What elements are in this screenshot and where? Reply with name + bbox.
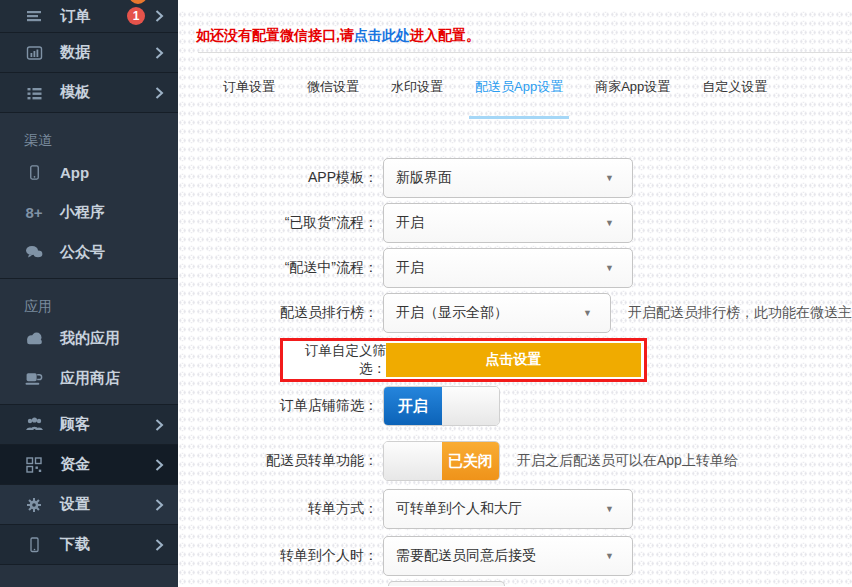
- transfer-to-person-select[interactable]: 需要配送员同意后接受 ▼: [383, 536, 633, 576]
- sidebar-item-label: 模板: [60, 83, 90, 102]
- chevron-right-icon: [155, 539, 164, 551]
- bar-chart-icon: [24, 45, 44, 61]
- select-value: 开启: [396, 259, 424, 277]
- order-list-icon: [24, 8, 44, 24]
- toggle-on-side: [384, 442, 442, 480]
- top-strip: [178, 0, 852, 10]
- leaderboard-select[interactable]: 开启（显示全部） ▼: [383, 293, 611, 333]
- chevron-right-icon: [155, 10, 164, 22]
- tab-watermark-settings[interactable]: 水印设置: [391, 78, 443, 119]
- field-label: 转单方式：: [178, 500, 383, 518]
- sidebar-item-label: 订单: [60, 7, 90, 26]
- sidebar-item-label: 下载: [60, 535, 90, 554]
- delivering-flow-select[interactable]: 开启 ▼: [383, 248, 633, 288]
- tab-merchant-app-settings[interactable]: 商家App设置: [595, 78, 670, 119]
- tab-wechat-settings[interactable]: 微信设置: [307, 78, 359, 119]
- caret-down-icon: ▼: [605, 504, 620, 514]
- toggle-off-side: [442, 387, 500, 425]
- sidebar-item-label: 小程序: [60, 203, 105, 222]
- form-row-transfer-function: 配送员转单功能： 已关闭 开启之后配送员可以在App上转单给: [178, 441, 852, 481]
- caret-down-icon: ▼: [605, 263, 620, 273]
- field-label: 配送员转单功能：: [178, 452, 383, 470]
- select-value: 可转单到个人和大厅: [396, 500, 522, 518]
- sidebar-item-app[interactable]: App: [24, 152, 178, 192]
- sidebar-item-app-store[interactable]: 应用商店: [24, 358, 178, 398]
- sidebar-item-data[interactable]: 数据: [0, 33, 178, 73]
- field-label: 订单店铺筛选：: [178, 397, 383, 415]
- select-value: 需要配送员同意后接受: [396, 547, 536, 565]
- toggle-on-label: 开启: [384, 387, 442, 425]
- select-value: 开启（显示全部）: [396, 304, 508, 322]
- sidebar-item-label: App: [60, 164, 89, 181]
- form-row-transfer-to-person: 转单到个人时： 需要配送员同意后接受 ▼: [178, 536, 852, 576]
- sidebar-item-label: 我的应用: [60, 329, 120, 348]
- picked-up-flow-select[interactable]: 开启 ▼: [383, 203, 633, 243]
- sidebar: 订单 1 数据 模板 渠道: [0, 0, 178, 587]
- shop-filter-toggle[interactable]: 开启: [383, 386, 500, 426]
- transfer-method-select[interactable]: 可转单到个人和大厅 ▼: [383, 489, 633, 529]
- select-value: 开启: [396, 214, 424, 232]
- mobile-phone-icon: [24, 164, 44, 181]
- notice-text-suffix: 进入配置。: [410, 27, 480, 43]
- notification-badge: 1: [127, 7, 145, 25]
- partially-visible-control[interactable]: [388, 581, 505, 586]
- field-label: 配送员排行榜：: [178, 304, 383, 322]
- sidebar-section-channels: 渠道 App 8+ 小程序 公众号: [0, 113, 178, 279]
- tab-custom-settings[interactable]: 自定义设置: [702, 78, 767, 119]
- chevron-right-icon: [155, 419, 164, 431]
- coffee-cup-icon: [24, 370, 44, 386]
- miniprogram-icon: 8+: [24, 204, 44, 221]
- chevron-right-icon: [155, 87, 164, 99]
- sidebar-item-label: 公众号: [60, 243, 105, 262]
- caret-down-icon: ▼: [583, 308, 598, 318]
- field-note: 开启之后配送员可以在App上转单给: [517, 452, 738, 470]
- highlight-red-box: 订单自定义筛选： 点击设置: [280, 338, 647, 382]
- sidebar-item-settings[interactable]: 设置: [0, 485, 178, 525]
- transfer-function-toggle[interactable]: 已关闭: [383, 441, 500, 481]
- notice-text-prefix: 如还没有配置微信接口,请: [196, 27, 354, 43]
- chevron-right-icon: [155, 499, 164, 511]
- users-group-icon: [24, 417, 44, 432]
- section-label: 渠道: [24, 126, 178, 152]
- sidebar-section-apps: 应用 我的应用 应用商店: [0, 279, 178, 405]
- settings-tabs: 订单设置 微信设置 水印设置 配送员App设置 商家App设置 自定义设置: [223, 78, 767, 119]
- settings-form: APP模板： 新版界面 ▼ “已取货”流程： 开启 ▼ “配送中”流程： 开启 …: [178, 158, 852, 586]
- sidebar-item-customers[interactable]: 顾客: [0, 405, 178, 445]
- sidebar-item-label: 顾客: [60, 415, 90, 434]
- field-label: 转单到个人时：: [178, 547, 383, 565]
- toggle-off-label: 已关闭: [442, 442, 500, 480]
- form-row-transfer-method: 转单方式： 可转单到个人和大厅 ▼: [178, 489, 852, 529]
- sidebar-item-label: 设置: [60, 495, 90, 514]
- notice-divider: [198, 52, 852, 53]
- field-label: APP模板：: [178, 169, 383, 187]
- tab-courier-app-settings[interactable]: 配送员App设置: [469, 78, 569, 119]
- field-note: 开启配送员排行榜，此功能在微送主: [628, 304, 852, 322]
- field-label: 订单自定义筛选：: [283, 342, 386, 378]
- sidebar-top-group: 订单 1 数据 模板: [0, 0, 178, 113]
- config-link[interactable]: 点击此处: [354, 27, 410, 43]
- sidebar-item-miniprogram[interactable]: 8+ 小程序: [24, 192, 178, 232]
- sidebar-item-my-apps[interactable]: 我的应用: [24, 318, 178, 358]
- main-content: 如还没有配置微信接口,请点击此处进入配置。 订单设置 微信设置 水印设置 配送员…: [178, 0, 852, 587]
- form-row-picked-up-flow: “已取货”流程： 开启 ▼: [178, 203, 852, 243]
- sidebar-item-official-account[interactable]: 公众号: [24, 232, 178, 272]
- phone-download-icon: [24, 537, 44, 553]
- wechat-config-notice: 如还没有配置微信接口,请点击此处进入配置。: [196, 27, 480, 45]
- field-label: “已取货”流程：: [178, 214, 383, 232]
- app-template-select[interactable]: 新版界面 ▼: [383, 158, 633, 198]
- caret-down-icon: ▼: [605, 218, 620, 228]
- tab-order-settings[interactable]: 订单设置: [223, 78, 275, 119]
- form-row-leaderboard: 配送员排行榜： 开启（显示全部） ▼ 开启配送员排行榜，此功能在微送主: [178, 293, 852, 333]
- field-label: “配送中”流程：: [178, 259, 383, 277]
- caret-down-icon: ▼: [605, 551, 620, 561]
- caret-down-icon: ▼: [605, 173, 620, 183]
- sidebar-item-templates[interactable]: 模板: [0, 73, 178, 113]
- form-row-custom-filter: 订单自定义筛选： 点击设置: [280, 338, 852, 382]
- section-label: 应用: [24, 292, 178, 318]
- sidebar-item-funds[interactable]: 资金: [0, 445, 178, 485]
- sidebar-item-download[interactable]: 下载: [0, 525, 178, 565]
- chevron-right-icon: [155, 47, 164, 59]
- click-to-set-button[interactable]: 点击设置: [386, 343, 641, 377]
- template-list-icon: [24, 85, 44, 101]
- sidebar-item-orders[interactable]: 订单 1: [0, 0, 178, 33]
